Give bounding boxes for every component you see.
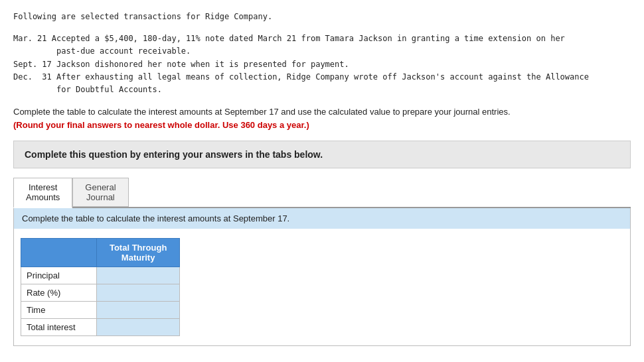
- instruction-section: Complete the table to calculate the inte…: [13, 105, 631, 131]
- tab-journal-label2: Journal: [86, 192, 115, 202]
- complete-box: Complete this question by entering your …: [13, 141, 631, 168]
- tab-header-text: Complete the table to calculate the inte…: [22, 213, 289, 223]
- tab-general-journal[interactable]: General Journal: [72, 178, 128, 207]
- col-header-through-maturity: Total Through Maturity: [97, 239, 180, 267]
- tab-interest-label1: Interest: [29, 182, 57, 192]
- table-area: Total Through Maturity PrincipalRate (%)…: [14, 229, 630, 345]
- row-label-2: Time: [21, 302, 97, 319]
- row-label-1: Rate (%): [21, 284, 97, 302]
- transactions-text: Mar. 21 Accepted a $5,400, 180-day, 11% …: [13, 32, 631, 96]
- input-cell-0[interactable]: [97, 267, 180, 284]
- intro-line1: Following are selected transactions for …: [13, 11, 631, 23]
- tab-content: Complete the table to calculate the inte…: [13, 208, 631, 346]
- input-field-0[interactable]: [102, 271, 174, 280]
- instruction-main: Complete the table to calculate the inte…: [13, 107, 511, 117]
- tabs-row: Interest Amounts General Journal: [13, 178, 631, 208]
- tab-journal-label1: General: [85, 182, 116, 192]
- instruction-warning: (Round your final answers to nearest who…: [13, 120, 309, 130]
- tab-interest-label2: Amounts: [26, 192, 60, 202]
- tab-interest-amounts[interactable]: Interest Amounts: [13, 178, 72, 208]
- interest-table: Total Through Maturity PrincipalRate (%)…: [21, 238, 180, 336]
- input-field-3[interactable]: [102, 322, 174, 332]
- col-empty-header: [21, 239, 97, 267]
- tab-header-bar: Complete the table to calculate the inte…: [14, 208, 630, 229]
- input-cell-1[interactable]: [97, 284, 180, 302]
- row-label-0: Principal: [21, 267, 97, 284]
- input-cell-2[interactable]: [97, 302, 180, 319]
- table-row: Principal: [21, 267, 180, 284]
- row-label-3: Total interest: [21, 319, 97, 336]
- input-field-1[interactable]: [102, 288, 174, 298]
- intro-section: Following are selected transactions for …: [13, 11, 631, 96]
- table-row: Total interest: [21, 319, 180, 336]
- table-row: Time: [21, 302, 180, 319]
- table-row: Rate (%): [21, 284, 180, 302]
- complete-box-text: Complete this question by entering your …: [25, 149, 619, 160]
- input-field-2[interactable]: [102, 305, 174, 315]
- input-cell-3[interactable]: [97, 319, 180, 336]
